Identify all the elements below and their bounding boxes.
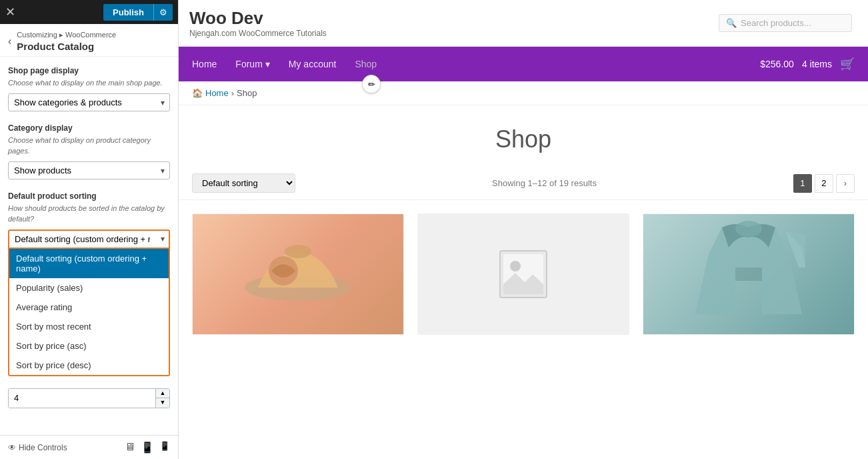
svg-point-1 xyxy=(285,245,311,258)
pagination: 1 2 › xyxy=(793,174,855,193)
shop-toolbar: Default sorting Popularity Average ratin… xyxy=(179,167,868,200)
search-placeholder-text: Search products... xyxy=(741,18,811,28)
products-per-row-section: 4 ▲ ▼ xyxy=(8,388,170,408)
breadcrumb-home[interactable]: Home xyxy=(205,88,229,98)
site-title: Woo Dev xyxy=(189,8,327,29)
category-display-select[interactable]: Show products Show categories Show categ… xyxy=(8,161,170,179)
shop-display-desc: Choose what to display on the main shop … xyxy=(8,78,170,88)
publish-settings-button[interactable]: ⚙ xyxy=(153,4,173,21)
hide-controls-button[interactable]: 👁 Hide Controls xyxy=(8,443,67,452)
forum-dropdown-arrow: ▾ xyxy=(265,59,270,69)
category-display-select-wrapper: Show products Show categories Show categ… xyxy=(8,161,170,179)
eye-icon: 👁 xyxy=(8,443,16,452)
desktop-icon[interactable]: 🖥 xyxy=(125,441,135,454)
sorting-option-1[interactable]: Popularity (sales) xyxy=(9,278,169,298)
products-per-row-input[interactable]: 4 xyxy=(9,390,155,406)
nav-left: Home Forum ▾ My account Shop xyxy=(192,59,377,69)
sorting-option-3[interactable]: Sort by most recent xyxy=(9,317,169,336)
sorting-option-0[interactable]: Default sorting (custom ordering + name) xyxy=(9,249,169,278)
shop-sort-select[interactable]: Default sorting Popularity Average ratin… xyxy=(192,173,295,193)
tablet-icon[interactable]: 📱 xyxy=(141,441,154,454)
sorting-option-2[interactable]: Average rating xyxy=(9,298,169,317)
breadcrumb-area: Customizing ▸ WooCommerce Product Catalo… xyxy=(17,31,116,52)
bottom-bar: 👁 Hide Controls 🖥 📱 📱 xyxy=(0,435,178,459)
site-branding: Woo Dev Njengah.com WooCommerce Tutorial… xyxy=(189,8,327,38)
product-image-hat xyxy=(193,214,403,334)
shop-display-label: Shop page display xyxy=(8,66,170,75)
product-card-placeholder xyxy=(417,213,629,335)
shop-title: Shop xyxy=(192,125,855,153)
nav-home[interactable]: Home xyxy=(192,59,217,69)
top-bar: ✕ Publish ⚙ xyxy=(0,0,178,24)
left-panel: ✕ Publish ⚙ ‹ Customizing ▸ WooCommerce … xyxy=(0,0,179,459)
close-button[interactable]: ✕ xyxy=(5,6,15,18)
sorting-select-wrapper: Default sorting (custom ordering + r xyxy=(8,230,170,249)
pencil-icon: ✏ xyxy=(368,79,375,89)
back-arrow-icon[interactable]: ‹ xyxy=(8,35,11,47)
shop-display-select[interactable]: Show categories & products Show products… xyxy=(8,93,170,111)
category-display-label: Category display xyxy=(8,123,170,133)
cart-icon[interactable]: 🛒 xyxy=(840,57,855,71)
number-spinners: ▲ ▼ xyxy=(155,389,169,408)
publish-button[interactable]: Publish xyxy=(103,4,153,21)
nav-right: $256.00 4 items 🛒 xyxy=(760,57,855,71)
nav-shop[interactable]: Shop xyxy=(355,59,377,69)
sorting-select[interactable]: Default sorting (custom ordering + r xyxy=(8,230,170,249)
device-icons: 🖥 📱 📱 xyxy=(125,441,170,454)
panel-content: Shop page display Choose what to display… xyxy=(0,57,178,435)
default-sorting-section: Default product sorting How should produ… xyxy=(8,191,170,376)
page-next-arrow[interactable]: › xyxy=(836,174,855,193)
page-1[interactable]: 1 xyxy=(793,174,812,193)
publish-group: Publish ⚙ xyxy=(103,4,173,21)
nav-forum[interactable]: Forum ▾ xyxy=(235,59,269,69)
product-image-placeholder xyxy=(418,214,629,334)
site-subtitle: Njengah.com WooCommerce Tutorials xyxy=(189,29,327,38)
site-header: Woo Dev Njengah.com WooCommerce Tutorial… xyxy=(179,0,868,47)
spinner-up[interactable]: ▲ xyxy=(156,389,169,398)
products-grid xyxy=(179,200,868,348)
svg-point-6 xyxy=(735,221,762,237)
cart-price: $256.00 xyxy=(760,59,794,69)
section-title: Product Catalog xyxy=(17,41,116,52)
spinner-down[interactable]: ▼ xyxy=(156,398,169,408)
products-per-row-input-wrapper: 4 ▲ ▼ xyxy=(8,388,170,408)
breadcrumb-text: Customizing ▸ WooCommerce xyxy=(17,31,116,39)
shop-page-display-section: Shop page display Choose what to display… xyxy=(8,66,170,111)
sorting-option-5[interactable]: Sort by price (desc) xyxy=(9,356,169,375)
shop-display-select-wrapper: Show categories & products Show products… xyxy=(8,93,170,111)
nav-bar: Home Forum ▾ My account Shop $256.00 4 i… xyxy=(179,47,868,81)
edit-pencil-button[interactable]: ✏ xyxy=(362,75,381,93)
breadcrumb-separator: › xyxy=(231,88,234,98)
product-image-hoodie xyxy=(643,214,854,334)
product-card-hoodie xyxy=(643,213,855,335)
sorting-label: Default product sorting xyxy=(8,191,170,201)
sorting-dropdown-list: Default sorting (custom ordering + name)… xyxy=(8,249,170,376)
search-box[interactable]: 🔍 Search products... xyxy=(719,14,852,32)
mobile-icon[interactable]: 📱 xyxy=(159,441,170,454)
svg-point-5 xyxy=(510,261,521,272)
category-display-section: Category display Choose what to display … xyxy=(8,123,170,179)
page-2[interactable]: 2 xyxy=(815,174,833,193)
results-count: Showing 1–12 of 19 results xyxy=(492,178,597,188)
nav-myaccount[interactable]: My account xyxy=(289,59,337,69)
sorting-desc: How should products be sorted in the cat… xyxy=(8,203,170,224)
hide-controls-label: Hide Controls xyxy=(19,443,67,452)
breadcrumb-shop: Shop xyxy=(237,88,257,98)
home-icon-breadcrumb: 🏠 xyxy=(192,88,203,98)
cart-items-count: 4 items xyxy=(802,59,832,69)
sorting-option-4[interactable]: Sort by price (asc) xyxy=(9,336,169,356)
search-icon: 🔍 xyxy=(726,18,737,28)
preview-content: 🏠 Home › Shop Shop Default sorting Popul… xyxy=(179,81,868,459)
back-nav: ‹ Customizing ▸ WooCommerce Product Cata… xyxy=(0,24,178,57)
product-card-hat xyxy=(192,213,404,335)
shop-title-area: Shop xyxy=(179,105,868,167)
breadcrumb-bar: 🏠 Home › Shop xyxy=(179,81,868,105)
category-display-desc: Choose what to display on product catego… xyxy=(8,135,170,156)
right-preview: ✏ Woo Dev Njengah.com WooCommerce Tutori… xyxy=(179,0,868,459)
